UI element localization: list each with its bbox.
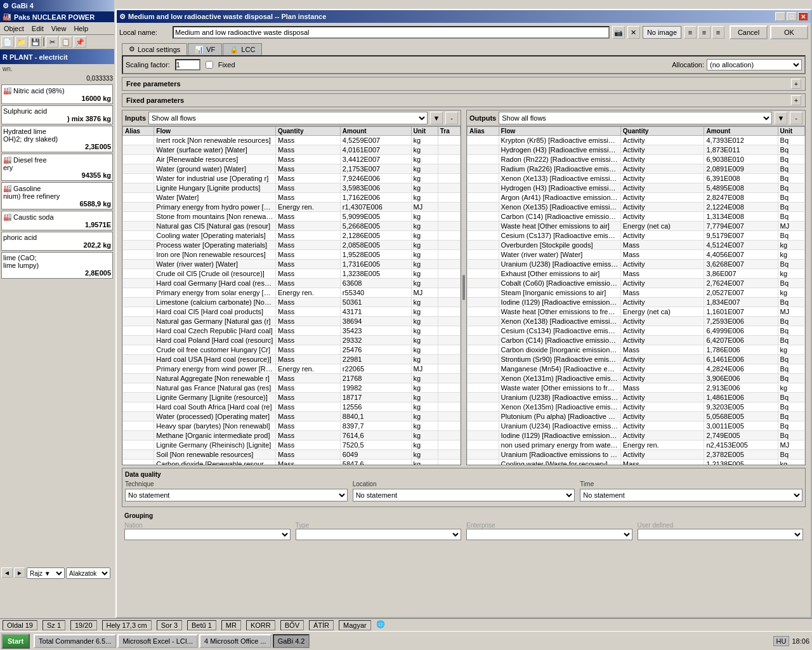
time-select[interactable]: No statement	[580, 489, 802, 501]
input-row[interactable]: Carbon dioxide [Renewable resources] Mas…	[123, 460, 461, 465]
input-row[interactable]: Primary energy from solar energy [RE] En…	[123, 288, 461, 298]
output-row[interactable]: Xenon (Xe135m) [Radioactive emissions to…	[468, 402, 805, 412]
local-name-input[interactable]	[173, 26, 610, 39]
input-row[interactable]: Lignite Hungary [Lignite products] Mass …	[123, 183, 461, 193]
input-row[interactable]: Primary energy from hydro power [REne] E…	[123, 202, 461, 212]
output-row[interactable]: Manganese (Mn54) [Radioactive emissions …	[468, 364, 805, 374]
input-row[interactable]: Primary energy from wind power [REne] En…	[123, 364, 461, 374]
input-row[interactable]: Hard coal Czech Republic [Hard coal] Mas…	[123, 326, 461, 336]
menu-view[interactable]: View	[48, 23, 70, 34]
input-row[interactable]: Water (ground water) [Water] Mass 2,1753…	[123, 164, 461, 174]
start-button[interactable]: Start	[1, 633, 30, 649]
output-row[interactable]: Carbon (C14) [Radioactive emissions to f…	[468, 336, 805, 345]
location-select[interactable]: No statement	[353, 489, 575, 501]
output-row[interactable]: Krypton (Kr85) [Radioactive emissions to…	[468, 136, 805, 145]
output-row[interactable]: Cesium (Cs134) [Radioactive emissions to…	[468, 326, 805, 336]
taskbar-item-0[interactable]: Total Commander 6.5...	[34, 634, 116, 648]
output-row[interactable]: Strontium (Sr90) [Radioactive emissions …	[468, 355, 805, 364]
output-row[interactable]: non used primary energy from water power…	[468, 441, 805, 450]
input-row[interactable]: Natural gas France [Natural gas (res] Ma…	[123, 383, 461, 393]
output-row[interactable]: Uranium (U234) [Radioactive emissions to…	[468, 421, 805, 431]
alakzatok-select[interactable]: Alakzatok ▼	[66, 567, 110, 579]
input-row[interactable]: Hard coal USA [Hard coal (resource)] Mas…	[123, 355, 461, 364]
input-row[interactable]: Hard coal South Africa [Hard coal (re] M…	[123, 402, 461, 412]
close-button[interactable]: ✕	[798, 12, 808, 21]
io-splitter[interactable]	[461, 110, 466, 465]
action-icon-3[interactable]: ≡	[712, 26, 724, 39]
taskbar-item-3[interactable]: GaBi 4.2	[273, 634, 310, 648]
output-row[interactable]: Cobalt (Co60) [Radioactive emissions to …	[468, 279, 805, 288]
output-row[interactable]: Carbon (C14) [Radioactive emissions to a…	[468, 212, 805, 222]
toolbar-new[interactable]: 📄	[1, 36, 14, 48]
menu-object[interactable]: Object	[0, 23, 28, 34]
outputs-table-wrapper[interactable]: Alias Flow Quantity Amount Unit Krypton …	[467, 126, 805, 465]
allocation-select[interactable]: (no allocation)	[707, 59, 802, 70]
minimize-button[interactable]: _	[775, 12, 785, 21]
input-row[interactable]: Hard coal Germany [Hard coal (resou] Mas…	[123, 279, 461, 288]
input-row[interactable]: Lignite Germany [Lignite (resource)] Mas…	[123, 393, 461, 402]
input-row[interactable]: Cooling water [Operating materials] Mass…	[123, 231, 461, 241]
input-row[interactable]: Lignite Germany (Rheinisch) [Lignite] Ma…	[123, 441, 461, 450]
input-row[interactable]: Stone from mountains [Non renewabl] Mass…	[123, 212, 461, 222]
tab-vf[interactable]: 📊 VF	[188, 43, 222, 55]
nav-btn-2[interactable]: ►	[14, 567, 25, 578]
rajz-select[interactable]: Rajz ▼	[27, 567, 65, 579]
output-row[interactable]: Waste heat [Other emissions to air] Ener…	[468, 222, 805, 231]
maximize-button[interactable]: □	[787, 12, 797, 21]
input-row[interactable]: Iron ore [Non renewable resources] Mass …	[123, 250, 461, 260]
output-row[interactable]: Exhaust [Other emissions to air] Mass 3,…	[468, 269, 805, 279]
output-row[interactable]: Overburden [Stockpile goods] Mass 4,5124…	[468, 241, 805, 250]
output-row[interactable]: Waste water [Other emissions to fresh wa…	[468, 383, 805, 393]
user-defined-select[interactable]	[638, 529, 804, 540]
output-row[interactable]: Radium (Ra226) [Radioactive emissions to…	[468, 164, 805, 174]
fixed-checkbox[interactable]	[206, 61, 213, 69]
taskbar-item-1[interactable]: Microsoft Excel - LCI...	[117, 634, 198, 648]
output-row[interactable]: Cooling water [Waste for recovery] Mass …	[468, 460, 805, 465]
input-row[interactable]: Air [Renewable resources] Mass 3,4412E00…	[123, 155, 461, 164]
menu-edit[interactable]: Edit	[28, 23, 48, 34]
inputs-flow-select[interactable]: Show all flows	[148, 112, 428, 124]
outputs-dropdown-arrow[interactable]: ▼	[775, 112, 787, 124]
cancel-button[interactable]: Cancel	[730, 25, 768, 39]
fixed-params-header[interactable]: Fixed parameters +	[122, 93, 806, 107]
output-row[interactable]: Cesium (Cs137) [Radioactive emissions to…	[468, 231, 805, 241]
input-row[interactable]: Hard coal Poland [Hard coal (resourc] Ma…	[123, 336, 461, 345]
action-icon-1[interactable]: ≡	[684, 26, 697, 39]
output-row[interactable]: Radon (Rn222) [Radioactive emissions to …	[468, 155, 805, 164]
toolbar-paste[interactable]: 📌	[74, 36, 86, 48]
output-row[interactable]: Xenon (Xe133) [Radioactive emissions to …	[468, 174, 805, 183]
output-row[interactable]: Waste heat [Other emissions to fresh wat…	[468, 307, 805, 317]
output-row[interactable]: Hydrogen (H3) [Radioactive emissions to …	[468, 145, 805, 155]
free-params-header[interactable]: Free parameters +	[122, 77, 806, 91]
output-row[interactable]: Argon (Ar41) [Radioactive emissions to a…	[468, 193, 805, 202]
input-row[interactable]: Water (processed) [Operating mater] Mass…	[123, 412, 461, 421]
input-row[interactable]: Water (river water) [Water] Mass 1,7316E…	[123, 260, 461, 269]
output-row[interactable]: Hydrogen (H3) [Radioactive emissions to …	[468, 183, 805, 193]
outputs-flow-select[interactable]: Show all flows	[499, 112, 772, 124]
output-row[interactable]: Iodine (I129) [Radioactive emissions to …	[468, 431, 805, 441]
input-row[interactable]: Natural gas CI5 [Natural gas (resour] Ma…	[123, 222, 461, 231]
inputs-dropdown-arrow[interactable]: ▼	[430, 112, 443, 124]
input-row[interactable]: Water [Water] Mass 1,7162E006 kg	[123, 193, 461, 202]
output-row[interactable]: Xenon (Xe131m) [Radioactive emissions to…	[468, 374, 805, 383]
output-row[interactable]: Carbon dioxide [Inorganic emissions to a…	[468, 345, 805, 355]
input-row[interactable]: Crude oil CI5 [Crude oil (resource)] Mas…	[123, 269, 461, 279]
action-icon-2[interactable]: ≡	[698, 26, 710, 39]
nation-select[interactable]	[124, 529, 291, 540]
input-row[interactable]: Hard coal CI5 [Hard coal products] Mass …	[123, 307, 461, 317]
toolbar-cut[interactable]: ✂	[46, 36, 58, 48]
input-row[interactable]: Natural gas Germany [Natural gas (r] Mas…	[123, 317, 461, 326]
menu-help[interactable]: Help	[70, 23, 92, 34]
outputs-action-btn[interactable]: -	[790, 112, 802, 124]
taskbar-item-2[interactable]: 4 Microsoft Office ...	[199, 634, 272, 648]
output-row[interactable]: Plutonium (Pu alpha) [Radioactive emissi…	[468, 412, 805, 421]
free-params-toggle[interactable]: +	[791, 79, 801, 89]
output-row[interactable]: Xenon (Xe135) [Radioactive emissions to …	[468, 202, 805, 212]
input-row[interactable]: Heavy spar (barytes) [Non renewabl] Mass…	[123, 421, 461, 431]
input-row[interactable]: Process water [Operating materials] Mass…	[123, 241, 461, 250]
tab-lcc[interactable]: 🔒 LCC	[223, 43, 262, 55]
input-row[interactable]: Soil [Non renewable resources] Mass 6049…	[123, 450, 461, 460]
output-row[interactable]: Uranium (U238) [Radioactive emissions to…	[468, 393, 805, 402]
input-row[interactable]: Water for industrial use [Operating r] M…	[123, 174, 461, 183]
input-row[interactable]: Limestone (calcium carbonate) [Non M] Ma…	[123, 298, 461, 307]
